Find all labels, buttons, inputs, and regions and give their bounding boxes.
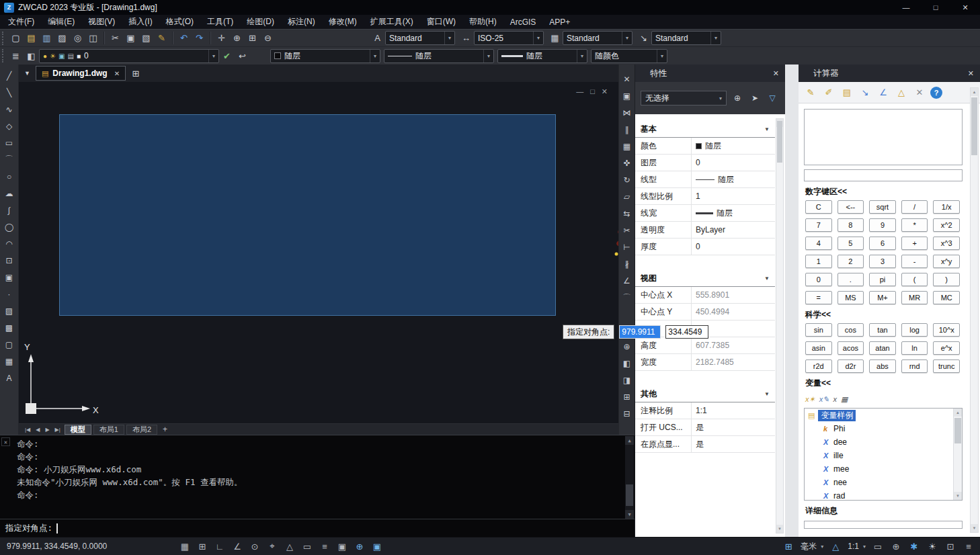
snap-mode-icon[interactable]: ⊞ (194, 540, 210, 554)
property-value[interactable]: 是 (692, 439, 775, 450)
scroll-down-icon[interactable]: ▼ (971, 524, 978, 532)
polygon-icon[interactable]: ◇ (2, 119, 17, 133)
plotstyle-combobox[interactable]: 随颜色 ▾ (591, 49, 667, 63)
quick-select-icon[interactable]: ▽ (765, 91, 780, 105)
construction-line-icon[interactable]: ╲ (2, 85, 17, 99)
variable-item[interactable]: k Phi (805, 422, 962, 435)
stretch-icon[interactable]: ⇆ (620, 207, 634, 220)
draw-order-back-icon[interactable]: ◨ (620, 374, 634, 387)
scale-icon[interactable]: ▱ (620, 190, 634, 204)
make-layer-current-icon[interactable]: ✔ (219, 48, 235, 63)
open-file-icon[interactable]: ▤ (24, 31, 39, 46)
rotate-icon[interactable]: ↻ (620, 173, 634, 187)
calc-key[interactable]: 6 (869, 237, 896, 250)
property-value[interactable]: 是 (692, 422, 775, 433)
close-icon[interactable]: ✕ (962, 69, 980, 78)
calc-key[interactable]: sqrt (869, 200, 896, 214)
layout-tab[interactable]: 布局2 (126, 425, 157, 435)
mtext-icon[interactable]: A (2, 371, 17, 385)
style-combobox[interactable]: ISO-25 ▾ (474, 31, 544, 45)
property-value[interactable]: 1 (692, 191, 775, 201)
style-combobox[interactable]: Standard ▾ (651, 31, 721, 45)
chevron-down-icon[interactable]: ▾ (444, 32, 451, 44)
mdi-minimize-icon[interactable]: — (576, 87, 583, 96)
array-icon[interactable]: ▦ (620, 140, 634, 153)
measure-angle-icon[interactable]: ∠ (876, 85, 891, 100)
point-icon[interactable]: ∙ (2, 287, 17, 301)
calc-key[interactable]: = (805, 291, 832, 304)
ellipse-icon[interactable]: ◯ (2, 220, 17, 234)
clear-history-icon[interactable]: ✕ (912, 85, 927, 100)
arc-icon[interactable]: ⌒ (2, 153, 17, 167)
drawing-canvas[interactable]: —□✕ Y X (19, 82, 618, 423)
menu-item[interactable]: APP+ (542, 15, 577, 29)
first-layout-icon[interactable]: |◀ (23, 427, 32, 433)
zoom-realtime-icon[interactable]: ⊕ (229, 31, 245, 46)
region-icon[interactable]: ▢ (2, 337, 17, 351)
calc-key[interactable]: log (901, 323, 928, 337)
calc-key[interactable]: C (805, 200, 832, 214)
revision-cloud-icon[interactable]: ☁ (2, 186, 17, 200)
calc-key[interactable]: rnd (901, 359, 928, 373)
menu-item[interactable]: 视图(V) (81, 15, 122, 29)
selection-combobox[interactable]: 无选择 ▾ (641, 91, 727, 105)
command-input-line[interactable]: 指定对角点: (0, 519, 635, 537)
delete-variable-icon[interactable]: x (833, 393, 837, 405)
table-icon[interactable]: ▦ (2, 354, 17, 368)
clean-screen-icon[interactable]: ▭ (870, 540, 886, 554)
group-icon[interactable]: ⊞ (620, 390, 634, 404)
property-value[interactable]: 555.8901 (692, 290, 775, 300)
isolate-objects-icon[interactable]: ☀ (924, 540, 940, 554)
chevron-down-icon[interactable]: ▾ (710, 32, 717, 44)
polar-tracking-icon[interactable]: ∠ (229, 540, 245, 554)
add-layout-button[interactable]: + (159, 425, 171, 434)
lineweight-combobox[interactable]: 随层 ▾ (497, 49, 587, 63)
property-value[interactable]: 1:1 (692, 406, 775, 415)
menu-item[interactable]: 扩展工具(X) (364, 15, 420, 29)
collapse-icon[interactable]: ▼ (764, 126, 770, 132)
save-icon[interactable]: ▥ (39, 31, 54, 46)
new-document-button[interactable]: ⊞ (128, 66, 143, 81)
menu-item[interactable]: 帮助(H) (462, 15, 503, 29)
scroll-up-icon[interactable]: ▲ (971, 88, 978, 96)
style-combobox[interactable]: Standard ▾ (385, 31, 455, 45)
variable-item[interactable]: X mee (805, 462, 962, 476)
rectangle-icon[interactable]: ▭ (2, 136, 17, 150)
document-tab[interactable]: ▤ Drawing1.dwg ✕ (36, 66, 126, 81)
property-value[interactable]: ByLayer (692, 225, 775, 234)
lineweight-display-icon[interactable]: ≡ (317, 540, 333, 554)
draw-order-front-icon[interactable]: ◧ (620, 357, 634, 370)
numpad-section-label[interactable]: 数字键区<< (799, 181, 980, 200)
menu-item[interactable]: 文件(F) (1, 15, 41, 29)
scroll-up-icon[interactable]: ▲ (625, 436, 634, 445)
calc-key[interactable]: 1 (805, 255, 832, 268)
polyline-icon[interactable]: ∿ (2, 102, 17, 116)
menu-item[interactable]: 编辑(E) (41, 15, 81, 29)
calc-key[interactable]: 4 (805, 237, 832, 250)
chevron-down-icon[interactable]: ▾ (821, 544, 823, 550)
calculator-history-display[interactable] (804, 109, 963, 165)
settings-gear-icon[interactable]: ✱ (906, 540, 922, 554)
menu-item[interactable]: 窗口(W) (420, 15, 462, 29)
calc-key[interactable]: 0 (805, 273, 832, 286)
calc-key[interactable]: cos (838, 323, 864, 337)
collapse-icon[interactable]: ▼ (764, 275, 770, 282)
style-combobox[interactable]: Standard ▾ (563, 31, 632, 45)
tree-scrollbar[interactable]: ▲ ▼ (953, 409, 962, 500)
next-layout-icon[interactable]: ▶ (43, 427, 51, 433)
minimize-button[interactable]: — (891, 0, 921, 15)
command-close-icon[interactable]: ✕ (1, 437, 10, 446)
paste-to-cmdline-icon[interactable]: ✐ (821, 85, 836, 100)
clear-display-icon[interactable]: ✎ (803, 85, 818, 100)
scrollbar-thumb[interactable] (971, 97, 977, 155)
dynamic-input-y-field[interactable]: 334.4549 (665, 325, 708, 339)
zoom-previous-icon[interactable]: ⊖ (260, 31, 276, 46)
calc-key[interactable]: 7 (805, 218, 832, 232)
annotation-visibility-icon[interactable]: ▣ (369, 540, 385, 554)
calc-key[interactable]: - (901, 255, 928, 268)
variable-item[interactable]: X rad (805, 489, 962, 501)
chevron-down-icon[interactable]: ▾ (719, 95, 722, 101)
cut-icon[interactable]: ✂ (108, 31, 123, 46)
table-style-icon[interactable]: ▦ (547, 31, 563, 46)
chevron-down-icon[interactable]: ▾ (370, 50, 376, 62)
